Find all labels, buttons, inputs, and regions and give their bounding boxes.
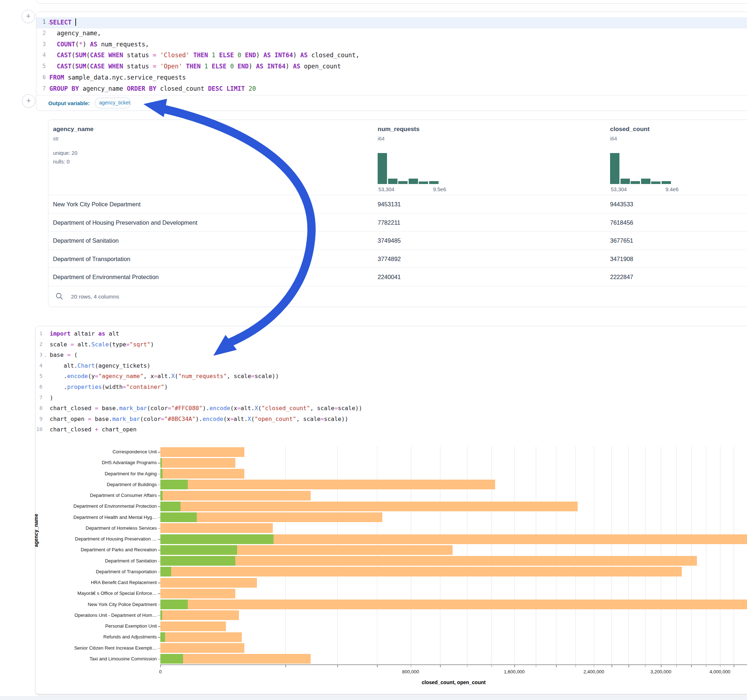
line-number: 4 [36, 52, 46, 58]
line-number: 3 [36, 352, 42, 358]
table-row[interactable]: Department of Housing Preservation and D… [48, 213, 747, 232]
code-line-text: FROM sample_data.nyc.service_requests [49, 74, 186, 81]
agency-name-cell: Department of Environmental Protection [53, 268, 159, 286]
code-line-text: scale = alt.Scale(type="sqrt") [50, 341, 154, 348]
code-line[interactable]: 1import altair as alt [36, 329, 747, 340]
column-stat-label: unique: 20 [53, 150, 77, 156]
line-number: 10 [36, 426, 42, 432]
value-cell: 2240041 [378, 268, 401, 286]
value-cell: 3774892 [378, 250, 401, 268]
line-number: 6 [36, 384, 42, 389]
table-footer-summary: 20 rows, 4 columns [71, 293, 119, 300]
code-line-text: .encode(y="agency_name", x=alt.X("num_re… [50, 373, 279, 380]
code-line[interactable]: 6FROM sample_data.nyc.service_requests [36, 73, 747, 84]
results-table-card: agency_namestrunique: 20nulls: 0num_requ… [48, 119, 747, 307]
line-number: 9 [36, 416, 42, 422]
histogram-bar [419, 181, 428, 184]
line-number: 7 [36, 395, 42, 400]
cell-divider [36, 95, 747, 95]
code-line-text: chart_closed = base.mark_bar(color="#FFC… [50, 405, 362, 412]
column-header-name[interactable]: num_requests [378, 126, 419, 133]
column-type-label: str [53, 136, 59, 142]
value-cell: 3677651 [610, 232, 633, 250]
histogram-bar [388, 179, 398, 184]
search-icon[interactable] [55, 292, 64, 301]
table-row[interactable]: New York City Police Department945313194… [48, 195, 747, 213]
histogram-bar [610, 153, 620, 184]
histogram-bar [631, 181, 640, 184]
column-stat-label: nulls: 0 [53, 159, 70, 164]
table-row[interactable]: Department of Sanitation37494853677651 [48, 231, 747, 249]
code-line-text: base = ( [50, 352, 77, 358]
histogram-bar [662, 181, 671, 184]
histogram-bar [378, 153, 387, 184]
agency-name-cell: Department of Transportation [53, 250, 130, 268]
line-number: 1 [36, 19, 46, 25]
code-line[interactable]: 5 .encode(y="agency_name", x=alt.X("num_… [36, 372, 747, 382]
code-line[interactable]: 6 .properties(width="container") [36, 382, 747, 393]
sql-code-editor[interactable]: 1⌄SELECT 2 agency_name,3 COUNT(*) AS num… [36, 17, 747, 95]
value-cell: 9453131 [378, 195, 401, 214]
add-cell-button-output[interactable]: + [22, 94, 35, 108]
code-line-text: GROUP BY agency_name ORDER BY closed_cou… [49, 85, 256, 92]
line-number: 4 [36, 363, 42, 368]
histogram-bar [398, 181, 408, 184]
column-histogram [610, 153, 672, 184]
value-cell: 7618456 [610, 214, 633, 232]
code-line-text: import altair as alt [50, 330, 119, 337]
code-line[interactable]: 7GROUP BY agency_name ORDER BY closed_co… [36, 84, 747, 95]
code-line[interactable]: 7) [36, 393, 747, 404]
line-number: 7 [36, 85, 46, 92]
value-cell: 3471908 [610, 250, 633, 268]
histogram-bar [620, 179, 630, 184]
code-line[interactable]: 2scale = alt.Scale(type="sqrt") [36, 340, 747, 351]
code-line-text: .properties(width="container") [50, 383, 168, 390]
code-line[interactable]: 3 COUNT(*) AS num_requests, [36, 39, 747, 51]
code-line-text: COUNT(*) AS num_requests, [49, 41, 149, 48]
code-line[interactable]: 3⌄base = ( [36, 350, 747, 361]
line-number: 6 [36, 74, 46, 81]
code-line[interactable]: 1⌄SELECT [36, 17, 747, 29]
code-line-text: agency_name, [49, 30, 101, 37]
histogram-min-label: 53,304 [378, 187, 394, 192]
code-line[interactable]: 2 agency_name, [36, 29, 747, 39]
code-line-text: chart_closed + chart_open [50, 426, 136, 433]
add-cell-button-top[interactable]: + [22, 10, 35, 23]
code-line-text: ) [50, 394, 53, 401]
table-row[interactable]: Department of Transportation377489234719… [48, 249, 747, 268]
code-line-text: alt.Chart(agency_tickets) [50, 362, 150, 369]
code-line[interactable]: 4 CAST(SUM(CASE WHEN status = 'Closed' T… [36, 50, 747, 62]
histogram-max-label: 9.5e6 [417, 187, 446, 192]
python-cell-card: 1import altair as alt2scale = alt.Scale(… [35, 326, 747, 694]
value-cell: 2222847 [610, 268, 633, 286]
sql-cell-card: 1⌄SELECT 2 agency_name,3 COUNT(*) AS num… [36, 12, 747, 111]
histogram-bar [409, 179, 418, 184]
value-cell: 9443533 [610, 195, 633, 214]
code-line[interactable]: 9chart_open = base.mark_bar(color="#8BC3… [36, 415, 747, 425]
code-line[interactable]: 10chart_closed + chart_open [36, 425, 747, 436]
column-header-name[interactable]: agency_name [53, 126, 93, 133]
agency-name-cell: Department of Sanitation [53, 232, 119, 250]
python-code-editor[interactable]: 1import altair as alt2scale = alt.Scale(… [36, 329, 747, 437]
code-line[interactable]: 4 alt.Chart(agency_tickets) [36, 361, 747, 372]
previous-cell-edge [36, 0, 747, 4]
line-number: 5 [36, 63, 46, 69]
agency-name-cell: Department of Housing Preservation and D… [53, 214, 198, 232]
output-variable-pill[interactable]: agency_tickets [95, 98, 131, 109]
code-line-text: chart_open = base.mark_bar(color="#8BC34… [50, 416, 348, 422]
code-line[interactable]: 8chart_closed = base.mark_bar(color="#FF… [36, 404, 747, 415]
fold-caret-icon[interactable]: ⌄ [44, 353, 47, 358]
histogram-bar [641, 179, 650, 184]
code-line[interactable]: 5 CAST(SUM(CASE WHEN status = 'Open' THE… [36, 62, 747, 73]
code-line-text: SELECT [49, 18, 76, 26]
footer-divider [48, 286, 747, 286]
column-histogram [378, 153, 440, 184]
column-type-label: i64 [378, 136, 384, 142]
code-line-text: CAST(SUM(CASE WHEN status = 'Open' THEN … [49, 63, 341, 70]
value-cell: 3749485 [378, 232, 401, 250]
output-variable-label: Output variable: [48, 100, 90, 106]
column-header-name[interactable]: closed_count [610, 126, 650, 133]
table-row[interactable]: Department of Environmental Protection22… [48, 267, 747, 286]
line-number: 1 [36, 330, 42, 336]
column-type-label: i64 [610, 136, 617, 142]
